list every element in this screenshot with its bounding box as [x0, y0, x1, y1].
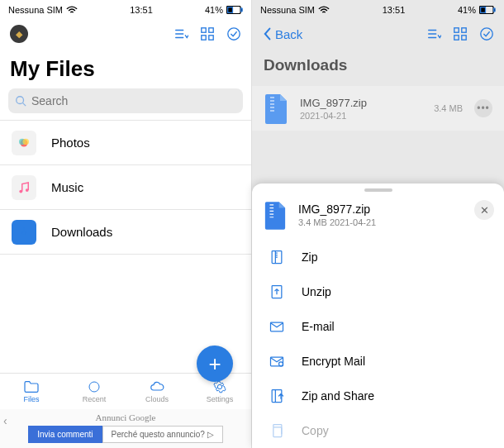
action-sheet: IMG_8977.zip 3.4 MB 2021-04-21 ✕ Zip Unz…: [252, 183, 504, 448]
svg-rect-6: [209, 36, 213, 40]
ad-why-button[interactable]: Perché questo annuncio? ▷: [102, 426, 223, 443]
zip-file-icon: [264, 93, 288, 124]
svg-rect-4: [209, 28, 213, 32]
folder-icon: [23, 380, 40, 393]
page-title: Downloads: [252, 48, 504, 86]
tab-label: Clouds: [145, 395, 169, 403]
statusbar: Nessuna SIM 13:51 41%: [0, 0, 251, 20]
zip-file-icon: [264, 200, 287, 230]
svg-rect-2: [241, 8, 243, 12]
sheet-item-label: Zip: [302, 250, 317, 264]
topbar: ◆: [0, 20, 251, 48]
sheet-item-zip-share[interactable]: Zip and Share: [252, 379, 504, 413]
file-name: IMG_8977.zip: [300, 97, 422, 109]
row-music[interactable]: Music: [0, 165, 251, 210]
page-title: My Files: [0, 48, 251, 88]
svg-rect-5: [202, 36, 206, 40]
row-label: Photos: [51, 136, 90, 150]
svg-rect-16: [481, 7, 486, 13]
sheet-item-label: Encrypt Mail: [302, 355, 365, 368]
tab-files[interactable]: Files: [0, 374, 63, 409]
battery-icon: [226, 6, 243, 14]
zip-share-icon: [269, 388, 285, 404]
svg-rect-17: [494, 8, 496, 12]
back-button[interactable]: Back: [262, 27, 302, 41]
sort-icon[interactable]: [426, 26, 441, 41]
folder-list: Photos Music Downloads: [0, 120, 251, 255]
encrypt-mail-icon: [269, 353, 285, 369]
tab-recent[interactable]: Recent: [63, 374, 126, 409]
downloads-folder-icon: [12, 220, 36, 245]
clock-icon: [86, 380, 102, 393]
svg-point-12: [19, 189, 22, 193]
sheet-item-encrypt-mail[interactable]: Encrypt Mail: [252, 344, 504, 379]
close-button[interactable]: ✕: [474, 200, 494, 220]
more-button[interactable]: •••: [474, 99, 492, 117]
row-label: Downloads: [51, 225, 112, 239]
email-icon: [269, 318, 285, 335]
carrier: Nessuna SIM: [8, 5, 63, 15]
sheet-item-unzip[interactable]: Unzip: [252, 274, 504, 309]
svg-point-27: [279, 362, 283, 366]
sheet-item-zip[interactable]: Zip: [252, 240, 504, 274]
plus-icon: +: [208, 353, 221, 374]
sort-icon[interactable]: [174, 26, 188, 41]
grid-icon[interactable]: [453, 26, 468, 41]
zip-icon: [269, 249, 285, 265]
svg-rect-1: [228, 7, 233, 13]
app-badge-icon[interactable]: ◆: [10, 25, 28, 43]
copy-icon: [269, 422, 285, 439]
ad-title: Annunci Google: [0, 412, 251, 422]
screen-left: Nessuna SIM 13:51 41% ◆ My Files Photos: [0, 0, 252, 448]
tab-label: Files: [23, 395, 39, 403]
search-icon: [15, 95, 26, 107]
ad-back-arrow[interactable]: ‹: [3, 414, 7, 427]
svg-point-8: [17, 97, 24, 104]
screen-right: Nessuna SIM 13:51 41% Back Downloads IMG…: [252, 0, 504, 448]
svg-rect-3: [202, 28, 206, 32]
row-photos[interactable]: Photos: [0, 121, 251, 165]
file-size: 3.4 MB: [434, 103, 463, 113]
battery-pct: 41%: [205, 5, 223, 15]
fab-add-button[interactable]: +: [197, 346, 233, 382]
check-circle-icon[interactable]: [226, 26, 241, 41]
svg-point-11: [23, 138, 30, 145]
back-label: Back: [275, 27, 302, 41]
close-icon: ✕: [480, 204, 489, 217]
row-label: Music: [51, 180, 83, 194]
topbar: Back: [252, 20, 504, 48]
svg-point-13: [26, 188, 29, 192]
cloud-icon: [149, 380, 165, 393]
wifi-icon: [318, 6, 330, 15]
ad-feedback-button[interactable]: Invia commenti: [28, 426, 102, 443]
unzip-icon: [269, 284, 285, 300]
sheet-item-label: Zip and Share: [302, 389, 374, 403]
svg-rect-28: [272, 390, 282, 403]
wifi-icon: [66, 6, 78, 15]
tab-clouds[interactable]: Clouds: [126, 374, 188, 409]
search-field[interactable]: [31, 94, 236, 107]
svg-rect-29: [273, 427, 282, 437]
tab-label: Recent: [83, 395, 107, 403]
sheet-item-label: Copy: [302, 424, 329, 437]
sheet-item-copy[interactable]: Copy: [252, 413, 504, 448]
statusbar: Nessuna SIM 13:51 41%: [252, 0, 504, 20]
clock: 13:51: [130, 5, 153, 15]
search-input[interactable]: [8, 88, 243, 113]
svg-rect-21: [462, 36, 466, 40]
check-circle-icon[interactable]: [479, 26, 494, 41]
photos-icon: [12, 131, 36, 155]
battery-icon: [479, 6, 496, 14]
file-row[interactable]: IMG_8977.zip 2021-04-21 3.4 MB •••: [252, 86, 504, 131]
file-date: 2021-04-21: [300, 111, 422, 121]
sheet-item-email[interactable]: E-mail: [252, 309, 504, 344]
grid-icon[interactable]: [200, 26, 215, 41]
music-icon: [12, 175, 36, 200]
sheet-file-meta: 3.4 MB 2021-04-21: [298, 217, 376, 227]
battery-pct: 41%: [458, 5, 476, 15]
clock: 13:51: [383, 5, 406, 15]
svg-rect-20: [454, 36, 459, 40]
tab-label: Settings: [207, 395, 234, 403]
row-downloads[interactable]: Downloads: [0, 210, 251, 255]
chevron-left-icon: [262, 27, 273, 41]
